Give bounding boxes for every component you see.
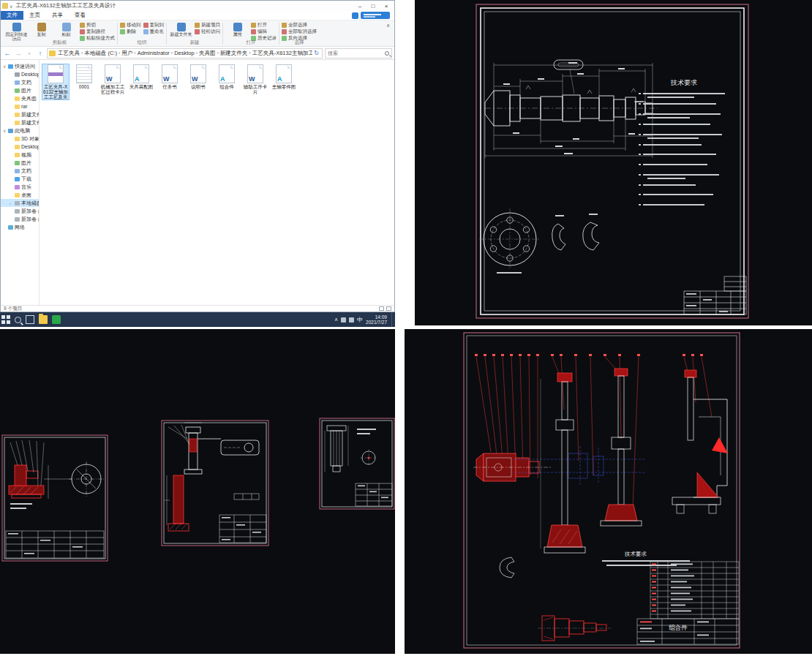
file-item[interactable]: W 任务书 [157, 64, 183, 89]
ribbon-tab[interactable]: 共享 [46, 11, 69, 20]
address-box[interactable]: 工艺夹具› 本地磁盘 (C:)› 用户› Administrator› Desk… [47, 48, 323, 59]
sidebar-item[interactable]: 文档 [1, 78, 39, 86]
start-button[interactable] [1, 315, 10, 324]
forward-button[interactable]: → [14, 50, 23, 57]
ribbon-small-button[interactable]: 剪切 [80, 22, 115, 28]
sidebar-item[interactable]: 新加卷 (D:) [1, 207, 39, 215]
ribbon-small-button[interactable]: 复制到 [143, 22, 165, 28]
taskbar-search-icon[interactable] [15, 317, 21, 323]
quick-access-toolbar[interactable]: ∨ [2, 3, 12, 9]
group-label: 打开 [223, 39, 279, 46]
volume-icon[interactable] [349, 317, 354, 323]
ribbon-small-button[interactable]: 重命名 [143, 29, 165, 34]
ribbon-small-button[interactable]: 编辑 [251, 29, 277, 34]
ribbon-tab[interactable]: 查看 [69, 11, 91, 20]
sidebar-item-icon [15, 185, 20, 189]
ribbon-small-button[interactable]: 打开 [251, 22, 277, 28]
breadcrumb-segment[interactable]: 工艺夹具› [58, 50, 84, 57]
ribbon-big-button[interactable]: 复制 [29, 22, 53, 41]
sidebar-chevron-icon[interactable]: ∨ [3, 64, 7, 69]
show-desktop-strip[interactable] [391, 312, 394, 327]
sidebar-item[interactable]: › 本地磁盘 (C:) [1, 199, 39, 207]
breadcrumb-segment[interactable]: 用户› [121, 50, 137, 57]
tray-chevron-icon[interactable]: ∧ [334, 317, 338, 323]
sidebar-item[interactable]: 夹具图 [1, 94, 39, 102]
ribbon-small-button[interactable]: 复制路径 [80, 29, 115, 34]
thumbnail-view-icon[interactable] [386, 306, 391, 311]
breadcrumb-segment[interactable]: 夹具图› [199, 50, 220, 57]
sidebar-item[interactable]: 下载 [1, 175, 39, 183]
refresh-icon[interactable]: ↻ [312, 50, 320, 56]
sidebar-chevron-icon[interactable]: ∨ [3, 128, 7, 133]
ribbon-small-button[interactable]: 移动到 [120, 22, 141, 28]
promo-badge[interactable] [361, 12, 390, 19]
ribbon-big-button[interactable]: 粘贴 [54, 22, 78, 41]
sidebar-item[interactable]: 桌面 [1, 191, 39, 199]
taskbar-app-icon[interactable] [52, 315, 61, 324]
sidebar-item[interactable]: ∨ 此电脑 [1, 127, 39, 135]
qat-dropdown-icon[interactable]: ∨ [10, 4, 12, 9]
sidebar-item[interactable]: 新建文件夹 [1, 110, 39, 118]
maximize-button[interactable]: □ [366, 1, 380, 11]
ribbon-big-button[interactable]: 新建文件夹 [169, 22, 193, 41]
task-view-icon[interactable] [26, 315, 34, 324]
ribbon-small-button[interactable]: 轻松访问 [195, 29, 220, 34]
sidebar-item[interactable]: 视频 [1, 151, 39, 159]
network-icon[interactable] [341, 317, 346, 323]
ime-indicator[interactable]: 中 [357, 316, 363, 324]
up-button[interactable]: ↑ [36, 50, 45, 57]
ribbon-small-button[interactable]: 全部取消选择 [282, 29, 317, 34]
file-icon: A [219, 64, 235, 83]
file-item[interactable]: W 说明书 [185, 64, 211, 89]
sidebar-item[interactable]: 音乐 [1, 183, 39, 191]
sidebar-item[interactable]: Desktop [1, 143, 39, 151]
file-list[interactable]: 工艺夹具-X6132主轴加工工艺及夹具设计 0001 W 机械加工工艺过程卡片 … [40, 60, 394, 305]
sidebar-chevron-icon[interactable]: › [10, 201, 13, 206]
history-dropdown-icon[interactable]: ∨ [25, 50, 34, 56]
ribbon-small-button[interactable]: 新建项目 [195, 22, 220, 28]
sidebar-item-label: 视频 [21, 151, 31, 159]
taskbar-explorer-icon[interactable] [39, 315, 48, 324]
ribbon-big-button[interactable]: 固定到快速访问 [4, 22, 29, 41]
ribbon-small-button[interactable]: 删除 [120, 29, 141, 34]
file-item[interactable]: A 组合件 [214, 64, 240, 89]
file-item[interactable]: A 主轴零件图 [271, 64, 297, 89]
sidebar-item[interactable]: 网络 [1, 223, 39, 231]
cloud-icon[interactable] [352, 12, 358, 19]
sidebar-item[interactable]: rar [1, 102, 39, 110]
breadcrumb-segment[interactable]: 本地磁盘 (C:)› [84, 50, 121, 57]
file-item[interactable]: W 机械加工工艺过程卡片 [99, 64, 126, 94]
sidebar-item-icon [8, 129, 13, 133]
close-button[interactable]: × [380, 1, 393, 11]
sidebar-item[interactable]: 3D 对象 [1, 135, 39, 143]
file-item[interactable]: W 辅助工序卡片 [242, 64, 268, 94]
breadcrumb-segment[interactable]: Administrator› [138, 50, 175, 56]
sidebar-item[interactable]: 图片 [1, 86, 39, 94]
list-view-icon[interactable] [379, 306, 384, 311]
status-bar: 9 个项目 [1, 305, 394, 312]
ribbon-collapse-icon[interactable]: ∧ [383, 21, 393, 30]
ribbon-big-button[interactable]: 属性 [225, 22, 249, 41]
back-button[interactable]: ← [3, 50, 12, 57]
minimize-button[interactable]: – [353, 1, 366, 11]
ribbon-small-button[interactable]: 全部选择 [282, 22, 317, 28]
sidebar-item[interactable]: ∨ 快速访问 [1, 62, 39, 70]
sidebar-item[interactable]: 文档 [1, 167, 39, 175]
sidebar-item[interactable]: 新建文件夹 (2) [1, 118, 39, 127]
ribbon: 固定到快速访问复制粘贴 剪切复制路径粘贴快捷方式 剪贴板 移动到复制到删除重命名… [1, 20, 394, 47]
file-item[interactable]: A 夹具装配图 [128, 64, 154, 89]
app-icon [2, 3, 8, 9]
file-item[interactable]: 工艺夹具-X6132主轴加工工艺及夹具设计 [42, 64, 69, 99]
file-item[interactable]: 0001 [71, 64, 97, 89]
search-input[interactable] [328, 50, 383, 56]
taskbar-clock[interactable]: 14:09 2021/7/27 [366, 314, 387, 325]
breadcrumb-segment[interactable]: Desktop› [174, 50, 199, 56]
ribbon-tab[interactable]: 文件 [1, 11, 23, 20]
breadcrumb-segment[interactable]: 新建文件夹› [220, 50, 252, 57]
ribbon-tab[interactable]: 主页 [23, 11, 46, 20]
breadcrumb-segment[interactable]: 工艺夹具-X6132主轴加工工艺及夹具设计› [252, 50, 313, 57]
sidebar-item[interactable]: 图片 [1, 159, 39, 167]
search-box[interactable] [325, 48, 392, 59]
sidebar-item[interactable]: Desktop [1, 70, 39, 78]
sidebar-item[interactable]: 新加卷 (F:) [1, 215, 39, 223]
